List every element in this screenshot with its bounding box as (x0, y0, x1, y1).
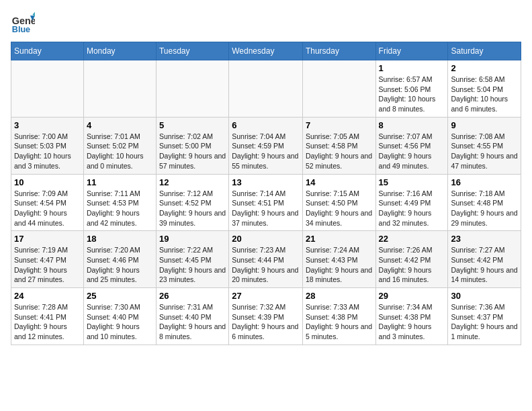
calendar-cell (229, 60, 303, 118)
day-number: 2 (451, 63, 518, 73)
day-info: Sunrise: 7:01 AM Sunset: 5:02 PM Dayligh… (87, 132, 153, 171)
day-info: Sunrise: 7:23 AM Sunset: 4:44 PM Dayligh… (232, 245, 300, 285)
logo: General Blue (11, 11, 38, 35)
day-number: 5 (159, 120, 226, 130)
day-number: 11 (87, 177, 153, 187)
day-info: Sunrise: 7:15 AM Sunset: 4:50 PM Dayligh… (306, 189, 373, 228)
calendar-cell: 29Sunrise: 7:34 AM Sunset: 4:38 PM Dayli… (375, 288, 448, 345)
calendar-cell: 16Sunrise: 7:18 AM Sunset: 4:48 PM Dayli… (448, 174, 521, 231)
day-number: 16 (451, 177, 518, 187)
calendar-week-2: 3Sunrise: 7:00 AM Sunset: 5:03 PM Daylig… (11, 117, 521, 174)
day-info: Sunrise: 7:24 AM Sunset: 4:43 PM Dayligh… (306, 245, 373, 285)
day-number: 7 (306, 120, 373, 130)
day-info: Sunrise: 7:27 AM Sunset: 4:42 PM Dayligh… (451, 245, 518, 285)
calendar-header: SundayMondayTuesdayWednesdayThursdayFrid… (11, 42, 521, 60)
calendar-cell: 15Sunrise: 7:16 AM Sunset: 4:49 PM Dayli… (375, 174, 448, 231)
day-number: 22 (379, 234, 445, 244)
svg-text:Blue: Blue (12, 25, 30, 34)
day-number: 4 (87, 120, 153, 130)
calendar-week-4: 17Sunrise: 7:19 AM Sunset: 4:47 PM Dayli… (11, 231, 521, 288)
calendar-cell: 10Sunrise: 7:09 AM Sunset: 4:54 PM Dayli… (11, 174, 84, 231)
calendar-body: 1Sunrise: 6:57 AM Sunset: 5:06 PM Daylig… (11, 60, 521, 345)
day-info: Sunrise: 6:57 AM Sunset: 5:06 PM Dayligh… (379, 75, 445, 114)
day-info: Sunrise: 7:09 AM Sunset: 4:54 PM Dayligh… (14, 189, 81, 228)
day-number: 14 (306, 177, 373, 187)
calendar-cell: 5Sunrise: 7:02 AM Sunset: 5:00 PM Daylig… (156, 117, 228, 174)
calendar-week-5: 24Sunrise: 7:28 AM Sunset: 4:41 PM Dayli… (11, 288, 521, 345)
col-header-thursday: Thursday (302, 42, 375, 60)
day-number: 24 (14, 291, 81, 301)
calendar-cell: 13Sunrise: 7:14 AM Sunset: 4:51 PM Dayli… (229, 174, 303, 231)
day-info: Sunrise: 7:26 AM Sunset: 4:42 PM Dayligh… (379, 245, 445, 285)
day-number: 21 (306, 234, 373, 244)
calendar-week-1: 1Sunrise: 6:57 AM Sunset: 5:06 PM Daylig… (11, 60, 521, 118)
calendar-cell: 24Sunrise: 7:28 AM Sunset: 4:41 PM Dayli… (11, 288, 84, 345)
day-info: Sunrise: 7:30 AM Sunset: 4:40 PM Dayligh… (87, 302, 153, 342)
day-number: 1 (379, 63, 445, 73)
day-number: 18 (87, 234, 153, 244)
calendar-cell: 8Sunrise: 7:07 AM Sunset: 4:56 PM Daylig… (375, 117, 448, 174)
calendar-cell: 26Sunrise: 7:31 AM Sunset: 4:40 PM Dayli… (156, 288, 228, 345)
day-number: 26 (159, 291, 226, 301)
day-info: Sunrise: 7:22 AM Sunset: 4:45 PM Dayligh… (159, 245, 226, 285)
calendar-cell (156, 60, 228, 118)
calendar-cell: 21Sunrise: 7:24 AM Sunset: 4:43 PM Dayli… (302, 231, 375, 288)
day-info: Sunrise: 7:31 AM Sunset: 4:40 PM Dayligh… (159, 302, 226, 342)
day-number: 28 (306, 291, 373, 301)
day-info: Sunrise: 7:18 AM Sunset: 4:48 PM Dayligh… (451, 189, 518, 228)
logo-icon: General Blue (11, 11, 35, 35)
day-info: Sunrise: 7:36 AM Sunset: 4:37 PM Dayligh… (451, 302, 518, 342)
calendar-cell: 18Sunrise: 7:20 AM Sunset: 4:46 PM Dayli… (83, 231, 156, 288)
calendar-cell: 19Sunrise: 7:22 AM Sunset: 4:45 PM Dayli… (156, 231, 228, 288)
day-info: Sunrise: 7:16 AM Sunset: 4:49 PM Dayligh… (379, 189, 445, 228)
header: General Blue (11, 11, 521, 35)
day-number: 25 (87, 291, 153, 301)
day-number: 8 (379, 120, 445, 130)
day-number: 15 (379, 177, 445, 187)
day-number: 30 (451, 291, 518, 301)
calendar-cell (83, 60, 156, 118)
day-info: Sunrise: 7:34 AM Sunset: 4:38 PM Dayligh… (379, 302, 445, 342)
day-info: Sunrise: 7:04 AM Sunset: 4:59 PM Dayligh… (232, 132, 300, 171)
day-info: Sunrise: 7:05 AM Sunset: 4:58 PM Dayligh… (306, 132, 373, 171)
col-header-sunday: Sunday (11, 42, 84, 60)
calendar-cell: 28Sunrise: 7:33 AM Sunset: 4:38 PM Dayli… (302, 288, 375, 345)
day-number: 23 (451, 234, 518, 244)
calendar-cell: 23Sunrise: 7:27 AM Sunset: 4:42 PM Dayli… (448, 231, 521, 288)
day-number: 29 (379, 291, 445, 301)
day-number: 20 (232, 234, 300, 244)
day-info: Sunrise: 7:12 AM Sunset: 4:52 PM Dayligh… (159, 189, 226, 228)
calendar-cell: 11Sunrise: 7:11 AM Sunset: 4:53 PM Dayli… (83, 174, 156, 231)
day-info: Sunrise: 7:14 AM Sunset: 4:51 PM Dayligh… (232, 189, 300, 228)
day-number: 9 (451, 120, 518, 130)
day-number: 10 (14, 177, 81, 187)
calendar-cell: 1Sunrise: 6:57 AM Sunset: 5:06 PM Daylig… (375, 60, 448, 118)
calendar-cell: 3Sunrise: 7:00 AM Sunset: 5:03 PM Daylig… (11, 117, 84, 174)
day-info: Sunrise: 7:00 AM Sunset: 5:03 PM Dayligh… (14, 132, 81, 171)
day-info: Sunrise: 7:02 AM Sunset: 5:00 PM Dayligh… (159, 132, 226, 171)
calendar-cell: 30Sunrise: 7:36 AM Sunset: 4:37 PM Dayli… (448, 288, 521, 345)
calendar-cell: 2Sunrise: 6:58 AM Sunset: 5:04 PM Daylig… (448, 60, 521, 118)
col-header-tuesday: Tuesday (156, 42, 228, 60)
day-number: 27 (232, 291, 300, 301)
col-header-friday: Friday (375, 42, 448, 60)
day-info: Sunrise: 7:08 AM Sunset: 4:55 PM Dayligh… (451, 132, 518, 171)
calendar-cell: 12Sunrise: 7:12 AM Sunset: 4:52 PM Dayli… (156, 174, 228, 231)
day-info: Sunrise: 7:07 AM Sunset: 4:56 PM Dayligh… (379, 132, 445, 171)
calendar-table: SundayMondayTuesdayWednesdayThursdayFrid… (11, 42, 521, 345)
day-number: 19 (159, 234, 226, 244)
calendar-cell: 9Sunrise: 7:08 AM Sunset: 4:55 PM Daylig… (448, 117, 521, 174)
day-info: Sunrise: 7:11 AM Sunset: 4:53 PM Dayligh… (87, 189, 153, 228)
day-info: Sunrise: 6:58 AM Sunset: 5:04 PM Dayligh… (451, 75, 518, 114)
col-header-monday: Monday (83, 42, 156, 60)
day-number: 6 (232, 120, 300, 130)
day-number: 17 (14, 234, 81, 244)
col-header-saturday: Saturday (448, 42, 521, 60)
calendar-cell: 27Sunrise: 7:32 AM Sunset: 4:39 PM Dayli… (229, 288, 303, 345)
calendar-cell: 22Sunrise: 7:26 AM Sunset: 4:42 PM Dayli… (375, 231, 448, 288)
calendar-cell (302, 60, 375, 118)
calendar-week-3: 10Sunrise: 7:09 AM Sunset: 4:54 PM Dayli… (11, 174, 521, 231)
calendar-cell: 25Sunrise: 7:30 AM Sunset: 4:40 PM Dayli… (83, 288, 156, 345)
day-info: Sunrise: 7:33 AM Sunset: 4:38 PM Dayligh… (306, 302, 373, 342)
calendar-cell: 7Sunrise: 7:05 AM Sunset: 4:58 PM Daylig… (302, 117, 375, 174)
